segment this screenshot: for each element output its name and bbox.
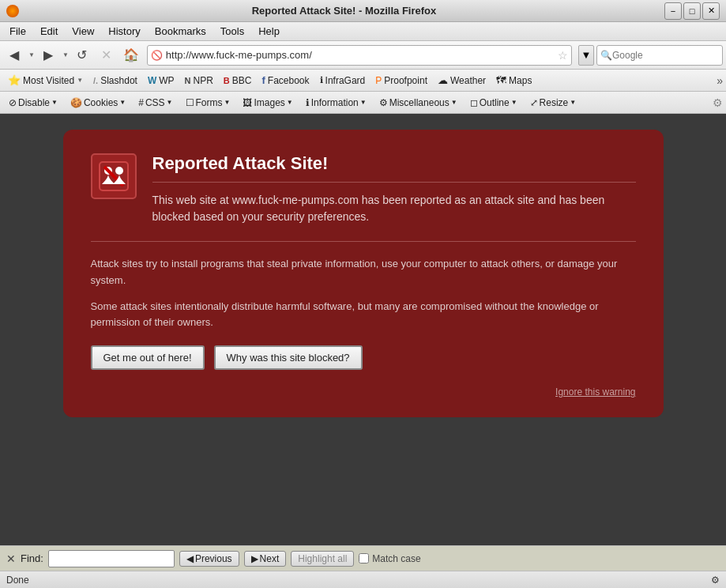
attack-site-icon xyxy=(91,153,137,199)
resize-dropdown-icon: ▼ xyxy=(570,99,576,106)
dev-disable-button[interactable]: ⊘ Disable ▼ xyxy=(3,96,63,110)
bookmark-maps[interactable]: 🗺 Maps xyxy=(491,73,536,88)
url-dropdown-button[interactable]: ▼ xyxy=(578,45,594,66)
images-icon: 🖼 xyxy=(243,97,252,108)
status-icon: ⚙ xyxy=(711,575,720,586)
find-previous-button[interactable]: ◀ Previous xyxy=(179,551,239,567)
find-input[interactable] xyxy=(48,550,175,567)
warning-body-text1: Attack sites try to install programs tha… xyxy=(91,256,636,289)
back-dropdown-icon[interactable]: ▼ xyxy=(28,51,35,58)
bookmark-bbc-label: BBC xyxy=(232,75,252,86)
menu-help[interactable]: Help xyxy=(252,24,286,39)
home-button[interactable]: 🏠 xyxy=(120,44,142,66)
dev-outline-button[interactable]: ◻ Outline ▼ xyxy=(465,96,523,110)
forward-button[interactable]: ▶ xyxy=(37,44,59,66)
reload-button[interactable]: ↺ xyxy=(71,44,93,66)
menu-history[interactable]: History xyxy=(102,24,146,39)
css-dropdown-icon: ▼ xyxy=(167,99,173,106)
find-matchcase-label[interactable]: Match case xyxy=(359,553,420,564)
menu-tools[interactable]: Tools xyxy=(214,24,250,39)
bookmark-proofpoint[interactable]: P Proofpoint xyxy=(371,74,432,88)
dev-miscellaneous-button[interactable]: ⚙ Miscellaneous ▼ xyxy=(374,96,463,110)
menu-bookmarks[interactable]: Bookmarks xyxy=(149,24,213,39)
forms-icon: ☐ xyxy=(186,97,194,108)
warning-description: This web site at www.fuck-me-pumps.com h… xyxy=(152,192,636,225)
search-input[interactable] xyxy=(612,50,726,61)
information-dropdown-icon: ▼ xyxy=(360,99,367,106)
menu-file[interactable]: File xyxy=(3,24,32,39)
dev-resize-button[interactable]: ⤢ Resize ▼ xyxy=(525,96,582,110)
find-previous-arrow-icon: ◀ xyxy=(186,553,194,564)
bookmark-facebook[interactable]: f Facebook xyxy=(258,73,314,88)
warning-buttons: Get me out of here! Why was this site bl… xyxy=(91,345,636,370)
miscellaneous-dropdown-icon: ▼ xyxy=(451,99,457,106)
bookmark-weather[interactable]: ☁ Weather xyxy=(433,73,491,88)
forms-dropdown-icon: ▼ xyxy=(224,99,231,106)
warning-title-section: Reported Attack Site! This web site at w… xyxy=(152,153,636,225)
cookies-icon: 🍪 xyxy=(70,97,82,108)
menu-view[interactable]: View xyxy=(66,24,100,39)
warning-header: Reported Attack Site! This web site at w… xyxy=(91,153,636,225)
close-button[interactable]: ✕ xyxy=(702,2,720,20)
dev-outline-label: Outline xyxy=(480,97,510,108)
facebook-icon: f xyxy=(262,74,265,86)
forward-dropdown-icon[interactable]: ▼ xyxy=(62,51,69,58)
url-bar-container: 🚫 ☆ xyxy=(147,45,572,66)
infragard-icon: ℹ xyxy=(320,75,323,85)
nav-toolbar: ◀ ▼ ▶ ▼ ↺ ✕ 🏠 🚫 ☆ ▼ 🔍 ▶ xyxy=(0,41,726,70)
find-highlight-label: Highlight all xyxy=(298,553,347,564)
bookmark-slashdot-label: Slashdot xyxy=(100,75,137,86)
bookmark-facebook-label: Facebook xyxy=(268,75,310,86)
bookmark-wp[interactable]: W WP xyxy=(143,74,179,88)
dev-resize-label: Resize xyxy=(540,97,569,108)
menu-edit[interactable]: Edit xyxy=(34,24,64,39)
url-input[interactable] xyxy=(166,49,555,61)
bookmarks-bar: ⭐ Most Visited ▼ /. Slashdot W WP N NPR … xyxy=(0,70,726,92)
find-close-icon[interactable]: ✕ xyxy=(6,552,16,565)
cookies-dropdown-icon: ▼ xyxy=(119,99,126,106)
bookmark-bbc[interactable]: B BBC xyxy=(219,74,257,88)
warning-footer: Ignore this warning xyxy=(91,386,636,398)
title-bar: Reported Attack Site! - Mozilla Firefox … xyxy=(0,0,726,22)
find-matchcase-checkbox[interactable] xyxy=(359,553,369,564)
minimize-button[interactable]: − xyxy=(664,2,682,20)
bookmark-maps-label: Maps xyxy=(509,75,532,86)
dev-css-button[interactable]: # CSS ▼ xyxy=(133,96,178,110)
dev-information-button[interactable]: ℹ Information ▼ xyxy=(300,96,372,110)
firefox-logo xyxy=(6,5,19,17)
dev-images-button[interactable]: 🖼 Images ▼ xyxy=(237,96,298,110)
dev-toolbar: ⊘ Disable ▼ 🍪 Cookies ▼ # CSS ▼ ☐ Forms … xyxy=(0,92,726,114)
ignore-warning-link[interactable]: Ignore this warning xyxy=(555,386,635,398)
bookmarks-overflow-button[interactable]: » xyxy=(717,74,723,87)
status-bar: Done ⚙ xyxy=(0,571,726,588)
find-previous-label: Previous xyxy=(195,553,232,564)
dev-forms-button[interactable]: ☐ Forms ▼ xyxy=(180,96,236,110)
stop-button[interactable]: ✕ xyxy=(96,44,118,66)
npr-icon: N xyxy=(185,76,191,85)
window-title: Reported Attack Site! - Mozilla Firefox xyxy=(24,5,664,17)
maximize-button[interactable]: □ xyxy=(683,2,701,20)
bookmark-npr[interactable]: N NPR xyxy=(180,74,218,88)
dev-disable-label: Disable xyxy=(18,97,50,108)
dev-forms-label: Forms xyxy=(196,97,223,108)
back-button[interactable]: ◀ xyxy=(3,44,25,66)
bookmark-most-visited[interactable]: ⭐ Most Visited ▼ xyxy=(3,73,88,88)
wp-icon: W xyxy=(148,75,156,86)
find-highlight-button[interactable]: Highlight all xyxy=(291,551,354,567)
find-label: Find: xyxy=(21,552,43,564)
bookmark-star-icon[interactable]: ☆ xyxy=(558,49,568,62)
svg-point-3 xyxy=(115,167,123,175)
find-next-arrow-icon: ▶ xyxy=(251,553,258,564)
bookmark-proofpoint-label: Proofpoint xyxy=(384,75,427,86)
dev-css-label: CSS xyxy=(145,97,165,108)
why-blocked-button[interactable]: Why was this site blocked? xyxy=(214,345,363,370)
dev-toolbar-options-icon[interactable]: ⚙ xyxy=(713,96,723,109)
bookmark-slashdot[interactable]: /. Slashdot xyxy=(88,74,142,88)
dev-cookies-button[interactable]: 🍪 Cookies ▼ xyxy=(65,96,131,110)
bookmark-infragard[interactable]: ℹ InfraGard xyxy=(315,74,371,88)
warning-title: Reported Attack Site! xyxy=(152,153,636,174)
bookmark-infragard-label: InfraGard xyxy=(325,75,366,86)
find-next-button[interactable]: ▶ Next xyxy=(244,551,287,567)
escape-button[interactable]: Get me out of here! xyxy=(91,345,205,370)
slashdot-icon: /. xyxy=(93,76,98,85)
